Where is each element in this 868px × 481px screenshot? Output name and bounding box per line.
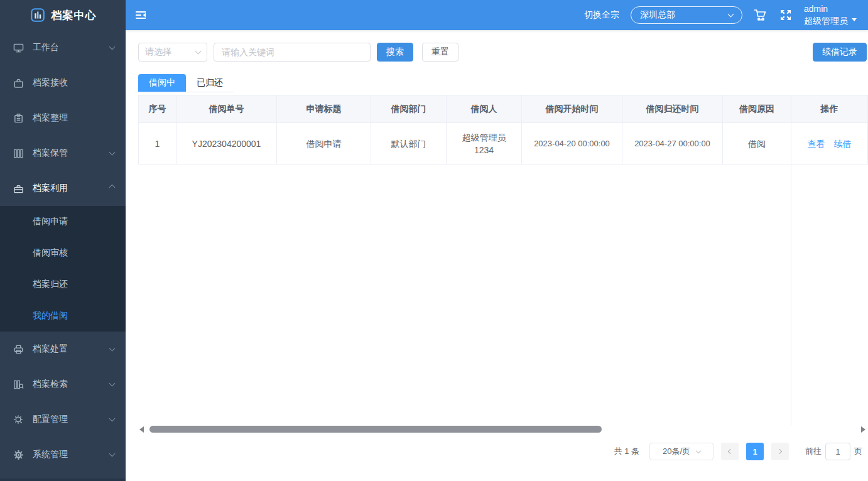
cart-icon[interactable] [754, 8, 768, 22]
table-header-row: 序号 借阅单号 申请标题 借阅部门 借阅人 借阅开始时间 借阅归还时间 借阅原因… [139, 95, 868, 123]
gear-icon [13, 449, 24, 460]
prev-page-button[interactable] [721, 443, 739, 460]
tab-returned[interactable]: 已归还 [186, 74, 234, 92]
sidebar-item-label: 系统管理 [33, 449, 68, 460]
chevron-down-icon [728, 11, 734, 18]
sidebar-item-archive-search[interactable]: 档案检索 [0, 367, 126, 402]
cell-return-time: 2023-04-27 00:00:00 [622, 123, 723, 165]
sidebar-item-label: 档案接收 [33, 77, 68, 89]
goto-label: 前往 [805, 446, 822, 457]
submenu-item-archive-return[interactable]: 档案归还 [0, 269, 126, 300]
submenu-item-label: 借阅审核 [33, 247, 68, 259]
sidebar-item-label: 档案处置 [33, 343, 68, 355]
column-header-index: 序号 [139, 95, 176, 123]
bag-icon [13, 77, 24, 89]
fullscreen-icon[interactable] [779, 8, 793, 22]
search-button[interactable]: 搜索 [377, 43, 413, 62]
submenu-item-label: 档案归还 [33, 279, 68, 290]
caret-down-icon [852, 18, 857, 21]
submenu-item-my-borrow[interactable]: 我的借阅 [0, 300, 126, 332]
tab-label: 借阅中 [149, 77, 175, 89]
org-select[interactable]: 深圳总部 [631, 6, 742, 24]
sidebar-item-system-management[interactable]: 系统管理 [0, 437, 126, 472]
filter-row: 请选择 搜索 重置 续借记录 [138, 43, 868, 62]
topbar-right: 切换全宗 深圳总部 admin 超级管理员 [584, 3, 857, 27]
monitor-icon [13, 42, 24, 53]
chevron-down-icon [109, 416, 116, 422]
column-header-department: 借阅部门 [371, 95, 447, 123]
clipboard-icon [13, 112, 24, 124]
cell-order-no: YJ202304200001 [176, 123, 277, 165]
chevron-right-icon [777, 449, 782, 454]
sidebar-item-label: 工作台 [33, 42, 59, 53]
renew-link[interactable]: 续借 [833, 139, 851, 149]
chevron-down-icon [109, 345, 116, 352]
keyword-input[interactable] [214, 43, 371, 62]
sidebar-item-label: 配置管理 [33, 414, 68, 425]
app-logo: 档案中心 [0, 0, 126, 30]
shelf-icon [13, 148, 24, 159]
submenu-item-label: 我的借阅 [33, 310, 68, 322]
sidebar-item-archive-disposal[interactable]: 档案处置 [0, 332, 126, 367]
submenu-item-borrow-apply[interactable]: 借阅申请 [0, 206, 126, 237]
submenu-item-borrow-review[interactable]: 借阅审核 [0, 237, 126, 269]
column-header-return-time: 借阅归还时间 [622, 95, 723, 123]
filter-select-placeholder: 请选择 [145, 46, 196, 58]
archive-logo-icon [30, 7, 46, 23]
page-size-select[interactable]: 20条/页 [649, 443, 713, 460]
user-menu[interactable]: admin 超级管理员 [804, 3, 857, 27]
sidebar-item-archive-receive[interactable]: 档案接收 [0, 65, 126, 100]
cell-title: 借阅申请 [277, 123, 371, 165]
view-link[interactable]: 查看 [808, 139, 825, 149]
cell-start-time: 2023-04-20 00:00:00 [522, 123, 622, 165]
borrow-table-wrapper: 序号 借阅单号 申请标题 借阅部门 借阅人 借阅开始时间 借阅归还时间 借阅原因… [138, 95, 868, 435]
archive-search-icon [13, 379, 24, 390]
sidebar-item-archive-usage[interactable]: 档案利用 [0, 171, 126, 206]
chevron-up-icon [109, 185, 116, 191]
column-header-order-no: 借阅单号 [176, 95, 277, 123]
archive-usage-submenu: 借阅申请 借阅审核 档案归还 我的借阅 [0, 206, 126, 332]
sidebar-item-archive-arrange[interactable]: 档案整理 [0, 100, 126, 136]
sidebar-item-workbench[interactable]: 工作台 [0, 30, 126, 65]
sidebar-item-archive-storage[interactable]: 档案保管 [0, 136, 126, 171]
toolbox-icon [13, 183, 24, 194]
cell-reason: 借阅 [723, 123, 791, 165]
tab-label: 已归还 [197, 77, 223, 89]
cell-index: 1 [139, 123, 176, 165]
cell-actions: 查看 续借 [791, 123, 868, 165]
renew-records-button[interactable]: 续借记录 [813, 43, 867, 62]
chevron-down-icon [109, 381, 116, 387]
page-content: 请选择 搜索 重置 续借记录 借阅中 已归还 [126, 30, 868, 481]
org-select-value: 深圳总部 [640, 9, 729, 21]
column-header-start-time: 借阅开始时间 [522, 95, 622, 123]
sidebar: 档案中心 工作台 档案接收 档案整理 档案保管 档案利用 [0, 0, 126, 481]
topbar: 切换全宗 深圳总部 admin 超级管理员 [126, 0, 868, 30]
current-page-button[interactable]: 1 [746, 443, 764, 460]
filter-field-select[interactable]: 请选择 [138, 43, 207, 62]
chevron-down-icon [109, 44, 116, 50]
borrow-table: 序号 借阅单号 申请标题 借阅部门 借阅人 借阅开始时间 借阅归还时间 借阅原因… [138, 95, 868, 165]
reset-button[interactable]: 重置 [422, 43, 458, 62]
sidebar-item-label: 档案利用 [33, 183, 68, 194]
cell-department: 默认部门 [371, 123, 447, 165]
sidebar-item-label: 档案检索 [33, 379, 68, 390]
goto-page-input[interactable] [825, 443, 850, 460]
column-header-reason: 借阅原因 [723, 95, 791, 123]
pagination: 共 1 条 20条/页 1 前往 页 [138, 443, 862, 460]
submenu-item-label: 借阅申请 [33, 216, 68, 227]
menu-collapse-icon[interactable] [136, 10, 148, 20]
chevron-down-icon [109, 451, 116, 457]
scroll-left-arrow-icon[interactable] [139, 426, 144, 433]
fixed-column-divider [791, 95, 791, 426]
scroll-right-arrow-icon[interactable] [861, 426, 865, 433]
chevron-down-icon [696, 448, 701, 453]
tab-borrowing[interactable]: 借阅中 [138, 74, 186, 92]
page-size-value: 20条/页 [663, 446, 690, 457]
next-page-button[interactable] [771, 443, 789, 460]
page-unit-label: 页 [854, 446, 862, 457]
sidebar-item-config-management[interactable]: 配置管理 [0, 402, 126, 437]
scrollbar-thumb[interactable] [149, 426, 602, 433]
table-row: 1 YJ202304200001 借阅申请 默认部门 超级管理员1234 202… [139, 123, 868, 165]
chevron-left-icon [728, 449, 733, 454]
status-tabs: 借阅中 已归还 [138, 74, 234, 92]
